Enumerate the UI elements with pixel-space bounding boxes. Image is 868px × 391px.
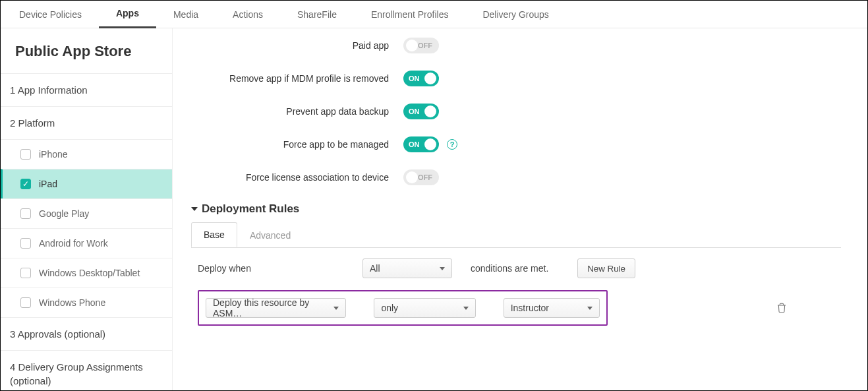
toggle-paid-app[interactable]: OFF	[403, 38, 439, 53]
platform-label: iPhone	[39, 149, 68, 160]
platform-iphone[interactable]: iPhone	[1, 139, 172, 169]
tab-device-policies[interactable]: Device Policies	[2, 1, 99, 28]
toggle-knob-icon	[406, 40, 418, 51]
platform-ipad[interactable]: iPad	[1, 169, 172, 198]
toggle-knob-icon	[406, 171, 418, 183]
select-rule-value[interactable]: Instructor	[504, 298, 600, 318]
toggle-text: ON	[403, 140, 420, 148]
label-conditions-met: conditions are met.	[471, 263, 548, 274]
rule-row: Deploy this resource by ASM… only Instru…	[198, 290, 608, 326]
chevron-down-icon	[587, 307, 593, 310]
tab-enrollment-profiles[interactable]: Enrollment Profiles	[354, 1, 466, 28]
delete-rule-button[interactable]	[775, 301, 788, 315]
label-force-license: Force license association to device	[191, 172, 403, 183]
toggle-prevent-backup[interactable]: ON	[403, 104, 439, 119]
step-approvals[interactable]: 3 Approvals (optional)	[1, 317, 172, 350]
checkbox-icon[interactable]	[20, 208, 31, 219]
platform-label: iPad	[39, 179, 57, 189]
select-rule-operator[interactable]: only	[374, 298, 475, 318]
platform-windows-phone[interactable]: Windows Phone	[1, 287, 172, 317]
tab-sharefile[interactable]: ShareFile	[280, 1, 354, 28]
checkbox-icon[interactable]	[20, 268, 31, 278]
select-value: only	[381, 303, 398, 313]
rules-tabs: Base Advanced	[191, 222, 841, 248]
chevron-down-icon	[463, 307, 469, 310]
wizard-sidebar: Public App Store 1 App Information 2 Pla…	[1, 28, 173, 390]
platform-google-play[interactable]: Google Play	[1, 198, 172, 228]
checkbox-icon[interactable]	[20, 149, 31, 160]
step-delivery-group-assignments[interactable]: 4 Delivery Group Assignments (optional)	[1, 350, 172, 390]
toggle-remove-mdm[interactable]: ON	[403, 71, 439, 86]
section-title: Deployment Rules	[202, 202, 299, 216]
platform-label: Android for Work	[39, 238, 108, 249]
chevron-down-icon	[191, 207, 198, 211]
select-value: Deploy this resource by ASM…	[213, 297, 333, 318]
select-value: Instructor	[511, 303, 549, 313]
label-prevent-backup: Prevent app data backup	[191, 106, 403, 117]
top-nav: Device Policies Apps Media Actions Share…	[1, 1, 867, 28]
toggle-knob-icon	[424, 105, 436, 117]
platform-windows-desktop-tablet[interactable]: Windows Desktop/Tablet	[1, 258, 172, 287]
platform-label: Google Play	[39, 208, 89, 219]
toggle-knob-icon	[424, 73, 436, 84]
tab-advanced[interactable]: Advanced	[237, 223, 303, 248]
toggle-force-license[interactable]: OFF	[403, 169, 439, 185]
select-value: All	[370, 263, 380, 274]
chevron-down-icon	[333, 307, 339, 310]
toggle-knob-icon	[424, 138, 436, 150]
label-paid-app: Paid app	[191, 40, 403, 51]
toggle-text: ON	[403, 107, 420, 115]
platform-android-for-work[interactable]: Android for Work	[1, 228, 172, 258]
tab-actions[interactable]: Actions	[216, 1, 280, 28]
tab-apps[interactable]: Apps	[99, 1, 156, 28]
platform-label: Windows Phone	[39, 297, 105, 308]
checkbox-icon[interactable]	[20, 238, 31, 249]
trash-icon	[776, 303, 787, 313]
platform-label: Windows Desktop/Tablet	[39, 268, 140, 278]
checkbox-icon[interactable]	[20, 179, 31, 189]
chevron-down-icon	[440, 267, 445, 270]
page-title: Public App Store	[1, 28, 172, 73]
toggle-text: ON	[403, 75, 420, 82]
label-remove-mdm: Remove app if MDM profile is removed	[191, 73, 403, 84]
step-platform[interactable]: 2 Platform	[1, 106, 172, 139]
new-rule-button[interactable]: New Rule	[577, 258, 635, 278]
tab-delivery-groups[interactable]: Delivery Groups	[465, 1, 565, 28]
main-panel: Paid app OFF Remove app if MDM profile i…	[173, 28, 867, 390]
label-force-managed: Force app to be managed	[191, 139, 403, 150]
step-app-information[interactable]: 1 App Information	[1, 73, 172, 106]
tab-base[interactable]: Base	[191, 222, 237, 247]
toggle-force-managed[interactable]: ON	[403, 136, 439, 152]
label-deploy-when: Deploy when	[198, 263, 362, 274]
tab-media[interactable]: Media	[156, 1, 216, 28]
help-icon[interactable]: ?	[447, 139, 457, 150]
select-rule-field[interactable]: Deploy this resource by ASM…	[206, 298, 346, 318]
checkbox-icon[interactable]	[20, 297, 31, 308]
deployment-rules-header[interactable]: Deployment Rules	[191, 202, 853, 216]
select-deploy-when[interactable]: All	[362, 258, 452, 278]
